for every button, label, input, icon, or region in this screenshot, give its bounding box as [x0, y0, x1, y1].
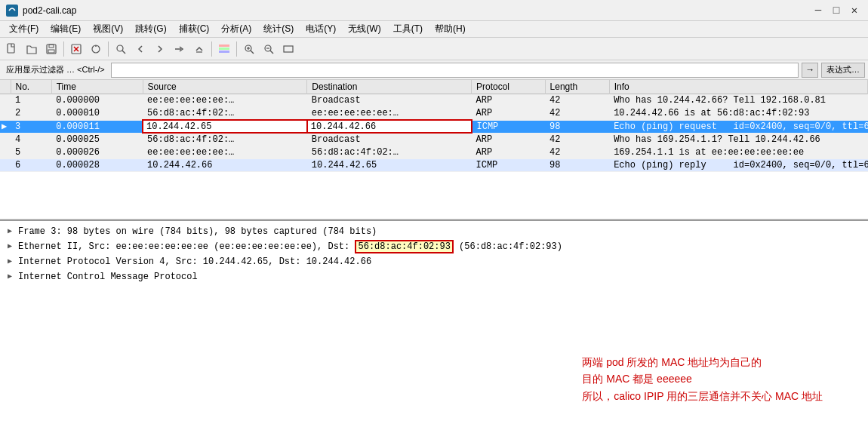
row-arrow: ▶: [0, 120, 11, 133]
menu-telephony[interactable]: 电话(Y): [300, 21, 342, 37]
row-source: 10.244.42.66: [143, 159, 307, 172]
detail-frame-text: Frame 3: 98 bytes on wire (784 bits), 98…: [18, 224, 377, 239]
go-to-btn[interactable]: [171, 40, 189, 58]
window-controls[interactable]: ─ □ ✕: [811, 3, 862, 18]
row-arrow: [0, 159, 11, 172]
svg-line-18: [251, 51, 254, 54]
search-btn[interactable]: [112, 40, 130, 58]
expand-icmp-icon[interactable]: ▶: [5, 272, 15, 282]
row-len: 42: [545, 94, 609, 107]
row-info: Who has 10.244.42.66? Tell 192.168.0.81: [609, 94, 867, 107]
close-capture-btn[interactable]: [67, 40, 85, 58]
title-bar: pod2-cali.cap ─ □ ✕: [0, 0, 868, 21]
row-proto: ICMP: [472, 159, 546, 172]
next-btn[interactable]: [151, 40, 169, 58]
row-source: ee:ee:ee:ee:ee:…: [143, 146, 307, 159]
row-info: 169.254.1.1 is at ee:ee:ee:ee:ee:ee: [609, 146, 867, 159]
row-info: Who has 169.254.1.1? Tell 10.244.42.66: [609, 133, 867, 146]
menu-statistics[interactable]: 统计(S): [257, 21, 300, 37]
table-row[interactable]: 6 0.000028 10.244.42.66 10.244.42.65 ICM…: [0, 159, 868, 172]
row-arrow: [0, 146, 11, 159]
svg-line-10: [122, 51, 125, 54]
row-proto: ARP: [472, 146, 546, 159]
row-time: 0.000028: [51, 159, 143, 172]
row-dest: Broadcast: [307, 94, 472, 107]
detail-icmp-text: Internet Control Message Protocol: [18, 269, 198, 284]
detail-panel: ▶ Frame 3: 98 bytes on wire (784 bits), …: [0, 220, 868, 427]
menu-file[interactable]: 文件(F): [3, 21, 45, 37]
reload-btn[interactable]: [87, 40, 105, 58]
annotation-line-2: 目的 MAC 都是 eeeeee: [582, 370, 823, 387]
menu-go[interactable]: 跳转(G): [129, 21, 172, 37]
row-no: 4: [11, 133, 51, 146]
expression-button[interactable]: 表达式…: [821, 63, 865, 78]
row-no: 6: [11, 159, 51, 172]
detail-ipv4-line[interactable]: ▶ Internet Protocol Version 4, Src: 10.2…: [5, 254, 863, 269]
menu-help[interactable]: 帮助(H): [429, 21, 472, 37]
detail-frame-line[interactable]: ▶ Frame 3: 98 bytes on wire (784 bits), …: [5, 224, 863, 239]
detail-icmp-line[interactable]: ▶ Internet Control Message Protocol: [5, 269, 863, 284]
row-info: Echo (ping) request id=0x2400, seq=0/0, …: [609, 120, 867, 133]
menu-analyze[interactable]: 分析(A): [215, 21, 257, 37]
menu-edit[interactable]: 编辑(E): [45, 21, 87, 37]
table-row[interactable]: 1 0.000000 ee:ee:ee:ee:ee:… Broadcast AR…: [0, 94, 868, 107]
annotation-line-1: 两端 pod 所发的 MAC 地址均为自己的: [582, 354, 823, 370]
row-dest: 10.244.42.65: [307, 159, 472, 172]
col-no: No.: [11, 80, 51, 94]
save-btn[interactable]: [42, 40, 60, 58]
svg-rect-22: [284, 46, 293, 52]
table-row[interactable]: 2 0.000010 56:d8:ac:4f:02:… ee:ee:ee:ee:…: [0, 107, 868, 121]
zoom-in-btn[interactable]: [240, 40, 258, 58]
col-info: Info: [609, 80, 867, 94]
col-arrow: [0, 80, 11, 94]
row-arrow: [0, 107, 11, 121]
menu-capture[interactable]: 捕获(C): [173, 21, 216, 37]
detail-ipv4-text: Internet Protocol Version 4, Src: 10.244…: [18, 254, 371, 269]
zoom-out-btn[interactable]: [260, 40, 278, 58]
detail-ethernet-line[interactable]: ▶ Ethernet II, Src: ee:ee:ee:ee:ee:ee (e…: [5, 239, 863, 254]
row-len: 98: [545, 159, 609, 172]
open-btn[interactable]: [23, 40, 41, 58]
row-source: 56:d8:ac:4f:02:…: [143, 133, 307, 146]
menu-tools[interactable]: 工具(T): [387, 21, 429, 37]
expand-ethernet-icon[interactable]: ▶: [5, 241, 15, 252]
ethernet-dst-highlight: 56:d8:ac:4f:02:93: [355, 240, 453, 253]
row-no: 3: [11, 120, 51, 133]
table-row[interactable]: 4 0.000025 56:d8:ac:4f:02:… Broadcast AR…: [0, 133, 868, 146]
filter-arrow-button[interactable]: →: [802, 63, 818, 78]
maximize-button[interactable]: □: [829, 3, 844, 18]
row-len: 42: [545, 146, 609, 159]
row-dest: 56:d8:ac:4f:02:…: [307, 146, 472, 159]
prev-btn[interactable]: [131, 40, 149, 58]
new-btn[interactable]: [3, 40, 21, 58]
resize-btn[interactable]: [279, 40, 297, 58]
filter-bar: 应用显示过滤器 … <Ctrl-/> → 表达式…: [0, 60, 868, 80]
wireshark-icon: [6, 5, 18, 17]
row-time: 0.000010: [51, 107, 143, 121]
color-rules-btn[interactable]: [215, 40, 233, 58]
row-time: 0.000025: [51, 133, 143, 146]
col-source: Source: [143, 80, 307, 94]
row-source: 56:d8:ac:4f:02:…: [143, 107, 307, 121]
row-len: 98: [545, 120, 609, 133]
row-proto: ARP: [472, 107, 546, 121]
close-button[interactable]: ✕: [847, 3, 862, 18]
menu-view[interactable]: 视图(V): [87, 21, 129, 37]
table-row[interactable]: 5 0.000026 ee:ee:ee:ee:ee:… 56:d8:ac:4f:…: [0, 146, 868, 159]
svg-rect-12: [219, 45, 229, 47]
filter-input[interactable]: [111, 63, 799, 78]
toolbar: [0, 38, 868, 60]
row-proto: ICMP: [472, 120, 546, 133]
expand-ipv4-icon[interactable]: ▶: [5, 257, 15, 267]
minimize-button[interactable]: ─: [811, 3, 826, 18]
packet-table: No. Time Source Destination Protocol Len…: [0, 80, 868, 172]
svg-rect-14: [219, 51, 229, 53]
scroll-top-btn[interactable]: [190, 40, 208, 58]
expand-frame-icon[interactable]: ▶: [5, 226, 15, 237]
menu-wireless[interactable]: 无线(W): [342, 21, 386, 37]
sep2: [108, 41, 109, 57]
table-row[interactable]: ▶ 3 0.000011 10.244.42.65 10.244.42.66 I…: [0, 120, 868, 133]
packet-table-container: No. Time Source Destination Protocol Len…: [0, 80, 868, 220]
sep4: [236, 41, 237, 57]
row-source: ee:ee:ee:ee:ee:…: [143, 94, 307, 107]
